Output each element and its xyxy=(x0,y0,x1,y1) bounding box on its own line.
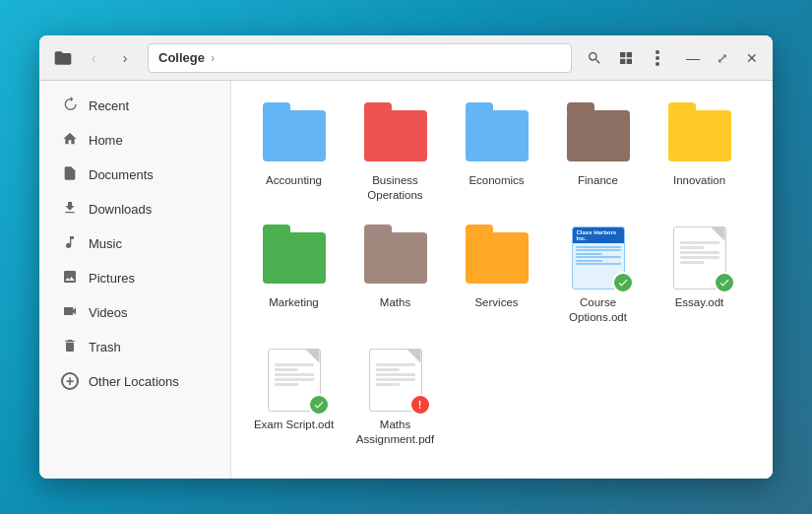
folder-icon-blue2 xyxy=(466,110,529,161)
folder-icon-green xyxy=(263,232,326,284)
trash-icon xyxy=(61,338,79,356)
titlebar: ‹ › College › xyxy=(39,35,773,81)
course-doc-header: Class Harbors Inc. xyxy=(573,227,624,243)
home-icon xyxy=(61,131,79,150)
folder-icon-wrapper xyxy=(364,226,427,289)
file-exam-script[interactable]: Exam Script.odt xyxy=(247,341,341,455)
folder-accounting[interactable]: Accounting xyxy=(247,96,341,211)
file-maths-assignment[interactable]: ! Maths Assignment.pdf xyxy=(348,341,442,455)
folder-icon-blue xyxy=(263,110,326,161)
sidebar-item-downloads[interactable]: Downloads xyxy=(45,193,224,225)
add-icon: + xyxy=(61,372,79,390)
main-content: Recent Home Documents Downloads xyxy=(39,81,773,479)
folder-name-innovation: Innovation xyxy=(673,173,725,188)
svg-point-2 xyxy=(656,62,659,66)
window-controls: — ⤢ ✕ xyxy=(680,45,765,71)
folder-name-accounting: Accounting xyxy=(266,173,322,188)
sidebar-label-documents: Documents xyxy=(89,167,154,182)
sidebar-label-recent: Recent xyxy=(89,98,129,113)
documents-icon xyxy=(61,165,79,184)
file-essay[interactable]: Essay.odt xyxy=(653,219,746,333)
folder-name-maths: Maths xyxy=(380,295,410,310)
forward-button[interactable]: › xyxy=(110,43,140,73)
sidebar-item-documents[interactable]: Documents xyxy=(45,159,224,191)
sidebar-label-videos: Videos xyxy=(89,305,128,320)
file-name-exam-script: Exam Script.odt xyxy=(254,418,334,432)
folder-icon-orange xyxy=(466,232,529,284)
sidebar-item-videos[interactable]: Videos xyxy=(45,296,224,329)
sidebar: Recent Home Documents Downloads xyxy=(39,81,231,479)
folder-innovation[interactable]: Innovation xyxy=(653,96,746,211)
file-area: Accounting Business Operations Economics xyxy=(231,81,773,479)
folder-name-economics: Economics xyxy=(468,173,524,188)
breadcrumb-chevron: › xyxy=(211,51,215,65)
sidebar-label-trash: Trash xyxy=(89,340,121,354)
folder-name-marketing: Marketing xyxy=(269,295,319,310)
file-grid: Accounting Business Operations Economics xyxy=(247,96,757,455)
folder-economics[interactable]: Economics xyxy=(450,96,543,211)
nav-buttons: ‹ › xyxy=(79,43,140,73)
file-name-maths-assignment: Maths Assignment.pdf xyxy=(352,418,438,447)
more-options-button[interactable] xyxy=(643,43,672,73)
folder-icon-wrapper xyxy=(364,104,427,167)
breadcrumb-title: College xyxy=(158,50,205,65)
close-button[interactable]: ✕ xyxy=(739,45,765,71)
badge-green xyxy=(612,272,634,293)
svg-point-1 xyxy=(656,56,659,60)
pictures-icon xyxy=(61,269,79,288)
svg-point-0 xyxy=(656,50,659,54)
folder-icon-brown xyxy=(567,110,630,161)
folder-finance[interactable]: Finance xyxy=(551,96,645,211)
sidebar-label-other-locations: Other Locations xyxy=(89,374,179,389)
file-name-essay: Essay.odt xyxy=(675,295,724,310)
folder-icon-red xyxy=(364,110,427,161)
view-toggle-button[interactable] xyxy=(611,43,641,73)
sidebar-label-pictures: Pictures xyxy=(89,271,135,286)
sidebar-item-home[interactable]: Home xyxy=(45,124,224,157)
folder-icon-wrapper xyxy=(466,104,529,167)
folder-marketing[interactable]: Marketing xyxy=(247,219,341,333)
sidebar-item-music[interactable]: Music xyxy=(45,227,224,260)
back-button[interactable]: ‹ xyxy=(79,43,108,73)
folder-icon-wrapper xyxy=(668,104,731,167)
folder-icon-wrapper xyxy=(263,226,326,289)
maximize-button[interactable]: ⤢ xyxy=(710,45,735,71)
file-icon-wrapper: ! xyxy=(364,349,427,412)
file-course-options[interactable]: Class Harbors Inc. xyxy=(551,219,645,333)
sidebar-label-home: Home xyxy=(89,133,123,148)
videos-icon xyxy=(61,303,79,322)
folder-icon-wrapper xyxy=(567,104,630,167)
sidebar-item-trash[interactable]: Trash xyxy=(45,331,224,363)
sidebar-item-other-locations[interactable]: + Other Locations xyxy=(45,365,224,397)
file-icon-wrapper xyxy=(668,226,731,289)
toolbar-actions xyxy=(580,43,672,73)
badge-red-maths: ! xyxy=(409,394,431,416)
folder-name-business-operations: Business Operations xyxy=(352,173,438,203)
folder-name-services: Services xyxy=(474,295,518,310)
file-icon-wrapper xyxy=(263,349,326,412)
badge-green-exam xyxy=(308,394,330,416)
music-icon xyxy=(61,234,79,253)
sidebar-label-music: Music xyxy=(89,236,122,251)
folder-icon-taupe xyxy=(364,232,427,284)
minimize-button[interactable]: — xyxy=(680,45,706,71)
folder-services[interactable]: Services xyxy=(450,219,543,333)
breadcrumb: College › xyxy=(148,43,572,73)
course-doc-body xyxy=(573,243,624,269)
folder-icon-wrapper xyxy=(263,104,326,167)
file-icon-wrapper: Class Harbors Inc. xyxy=(567,226,630,289)
badge-green-essay xyxy=(714,272,735,293)
folder-icon-wrapper xyxy=(466,226,529,289)
recent-icon xyxy=(61,96,79,115)
folder-business-operations[interactable]: Business Operations xyxy=(348,96,442,211)
search-button[interactable] xyxy=(580,43,609,73)
downloads-icon xyxy=(61,200,79,219)
file-manager-window: ‹ › College › xyxy=(39,35,773,479)
sidebar-label-downloads: Downloads xyxy=(89,202,152,217)
folder-icon-yellow xyxy=(668,110,731,161)
sidebar-item-recent[interactable]: Recent xyxy=(45,90,224,122)
folder-name-finance: Finance xyxy=(578,173,618,188)
file-manager-icon[interactable] xyxy=(47,42,79,74)
sidebar-item-pictures[interactable]: Pictures xyxy=(45,262,224,294)
folder-maths[interactable]: Maths xyxy=(348,219,442,333)
